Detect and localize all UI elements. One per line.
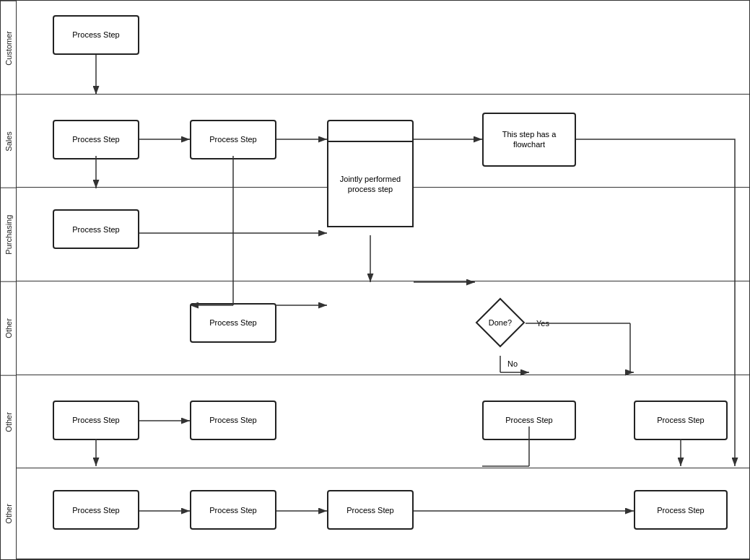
box-b13: Process Step <box>190 490 276 530</box>
diamond-done: Done? <box>475 297 526 348</box>
lane-label-customer: Customer <box>1 1 16 95</box>
box-b11: Process Step <box>634 401 728 440</box>
box-b3: Process Step <box>190 120 276 159</box>
box-b5: Process Step <box>53 209 139 249</box>
box-b14: Process Step <box>327 490 414 530</box>
box-b15: Process Step <box>634 490 728 530</box>
yes-label: Yes <box>536 319 549 328</box>
lane-customer: Process Step <box>17 1 749 95</box>
lane-purchasing: Process Step Jointly performed process s… <box>17 188 749 281</box>
lane-label-other2: Other <box>1 375 16 469</box>
box-b9: Process Step <box>190 401 276 440</box>
box-joint-label: Jointly performed process step <box>327 141 414 227</box>
box-b12: Process Step <box>53 490 139 530</box>
box-b7: Process Step <box>190 303 276 343</box>
lane-other1: Process Step Done? Yes No <box>17 281 749 375</box>
lanes-content: Process Step Process Step Process Step T… <box>17 1 749 559</box>
no-label: No <box>507 359 518 368</box>
diagram-container: Customer Sales Purchasing Other Other Ot… <box>0 0 750 560</box>
lane-label-other1: Other <box>1 281 16 375</box>
box-b8: Process Step <box>53 401 139 440</box>
box-b4: This step has a flowchart <box>482 113 576 167</box>
box-b2: Process Step <box>53 120 139 159</box>
lane-label-purchasing: Purchasing <box>1 188 16 281</box>
lane-label-sales: Sales <box>1 95 16 188</box>
lane-label-other3: Other <box>1 468 16 559</box>
box-b10: Process Step <box>482 401 576 440</box>
lane-labels: Customer Sales Purchasing Other Other Ot… <box>1 1 17 559</box>
box-b1: Process Step <box>53 15 139 55</box>
lane-other3: Process Step Process Step Process Step P… <box>17 468 749 559</box>
lane-other2: Process Step Process Step Process Step P… <box>17 375 749 469</box>
diamond-label: Done? <box>489 318 512 327</box>
